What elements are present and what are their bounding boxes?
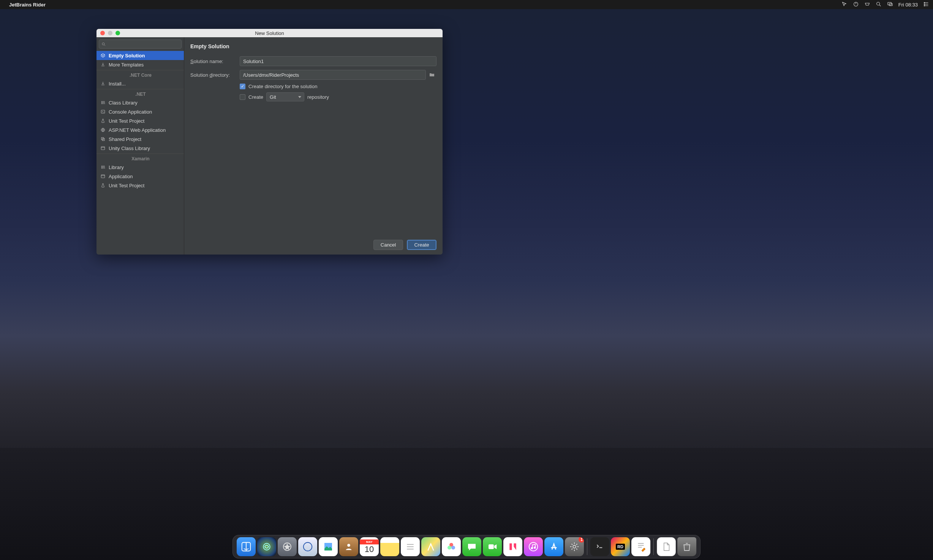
dock-separator [587, 538, 587, 555]
template-item[interactable]: Application [96, 172, 184, 181]
dock-app-terminal[interactable] [590, 537, 609, 556]
solution-directory-input[interactable] [240, 70, 426, 80]
create-directory-checkbox[interactable] [240, 84, 245, 89]
template-item[interactable]: Library [96, 163, 184, 172]
search-icon [101, 42, 106, 47]
dock-app-itunes[interactable] [524, 537, 543, 556]
svg-point-25 [531, 547, 533, 549]
dialog-titlebar[interactable]: New Solution [96, 29, 443, 37]
solution-directory-label: Solution directory: [190, 72, 240, 78]
window-close-button[interactable] [100, 31, 105, 35]
dock-app-facetime[interactable] [483, 537, 502, 556]
dock-app-calendar[interactable]: MAY10 [360, 537, 379, 556]
template-item[interactable]: Shared Project [96, 134, 184, 144]
calendar-day: 10 [365, 544, 374, 554]
template-item[interactable]: ASP.NET Web Application [96, 125, 184, 134]
template-search-field[interactable] [99, 40, 182, 49]
download-icon [100, 81, 106, 86]
shared-icon [100, 136, 106, 142]
cancel-button[interactable]: Cancel [373, 240, 403, 250]
dock-app-reminders[interactable] [401, 537, 420, 556]
test-icon [100, 118, 106, 123]
template-item[interactable]: Console Application [96, 107, 184, 116]
dock-app-news[interactable] [503, 537, 522, 556]
create-repo-suffix: repository [307, 94, 329, 100]
template-item[interactable]: Class Library [96, 98, 184, 107]
create-button[interactable]: Create [407, 240, 436, 250]
svg-point-7 [102, 43, 104, 45]
status-cursor-icon[interactable] [841, 1, 848, 8]
template-section-header: Xamarin [96, 153, 184, 163]
template-item-label: Console Application [109, 109, 152, 115]
library-icon [100, 165, 106, 170]
template-search-input[interactable] [108, 41, 179, 47]
status-spotlight-icon[interactable] [876, 1, 882, 8]
svg-point-24 [529, 543, 538, 551]
calendar-month: MAY [360, 539, 379, 544]
template-item[interactable]: Unit Test Project [96, 116, 184, 125]
dock-app-safari[interactable] [298, 537, 317, 556]
window-zoom-button[interactable] [115, 31, 120, 35]
window-icon [100, 146, 106, 151]
template-item-label: Empty Solution [109, 53, 145, 59]
dock-app-launchpad[interactable] [278, 537, 297, 556]
dock-trash[interactable] [677, 537, 696, 556]
solution-name-input[interactable] [240, 56, 436, 66]
template-section-header: .NET [96, 89, 184, 98]
template-item-label: Library [109, 165, 124, 170]
macos-dock: MAY10 1 RD [232, 535, 701, 558]
template-item[interactable]: More Templates [96, 60, 184, 69]
vcs-select-value: Git [270, 94, 276, 100]
dock-badge: 1 [579, 537, 584, 543]
dock-app-photos[interactable] [442, 537, 461, 556]
template-form-panel: Empty Solution Solution name: Solution d… [184, 37, 443, 255]
create-directory-label: Create directory for the solution [248, 84, 317, 89]
active-app-name[interactable]: JetBrains Rider [9, 2, 46, 8]
status-notifications-icon[interactable] [864, 1, 870, 8]
svg-rect-11 [102, 138, 104, 141]
library-icon [100, 100, 106, 105]
dock-app-image[interactable] [319, 537, 338, 556]
dock-app-appstore[interactable] [544, 537, 563, 556]
dock-app-textedit[interactable] [631, 537, 650, 556]
form-heading: Empty Solution [190, 43, 436, 49]
status-screen-mirroring-icon[interactable] [887, 1, 893, 8]
status-power-icon[interactable] [853, 1, 859, 8]
dock-app-siri[interactable] [257, 537, 276, 556]
create-repository-checkbox[interactable] [240, 94, 245, 100]
template-item[interactable]: Unity Class Library [96, 144, 184, 153]
svg-rect-3 [889, 3, 892, 6]
dock-app-finder[interactable] [237, 537, 256, 556]
solution-name-label: Solution name: [190, 59, 240, 64]
svg-point-17 [304, 543, 312, 551]
svg-point-26 [534, 547, 536, 549]
dock-app-contacts[interactable] [339, 537, 358, 556]
browse-directory-button[interactable] [427, 70, 436, 79]
template-item-label: Application [109, 174, 133, 179]
menubar-clock[interactable]: Fri 08:33 [898, 2, 918, 8]
dock-app-notes[interactable] [380, 537, 399, 556]
dock-app-preferences[interactable]: 1 [565, 537, 584, 556]
template-list: Empty SolutionMore Templates.NET CoreIns… [96, 51, 184, 190]
window-minimize-button[interactable] [108, 31, 112, 35]
template-item[interactable]: Empty Solution [96, 51, 184, 60]
template-item[interactable]: Unit Test Project [96, 181, 184, 190]
status-control-center-icon[interactable] [923, 1, 929, 8]
dock-app-messages[interactable] [462, 537, 481, 556]
dock-app-rider[interactable]: RD [611, 537, 630, 556]
globe-icon [100, 127, 106, 133]
folder-icon [429, 72, 435, 78]
svg-rect-10 [101, 138, 104, 140]
template-item[interactable]: Install... [96, 79, 184, 88]
template-item-label: Class Library [109, 100, 138, 106]
dock-document[interactable] [657, 537, 676, 556]
macos-menubar: JetBrains Rider Fri 08:33 [0, 0, 933, 9]
template-sidebar: Empty SolutionMore Templates.NET CoreIns… [96, 37, 184, 255]
template-item-label: Shared Project [109, 136, 141, 142]
svg-point-22 [451, 546, 455, 550]
template-item-label: Unit Test Project [109, 183, 144, 188]
svg-point-1 [876, 2, 879, 5]
dock-app-maps[interactable] [421, 537, 440, 556]
svg-point-21 [448, 546, 451, 550]
vcs-select[interactable]: Git [266, 92, 304, 101]
